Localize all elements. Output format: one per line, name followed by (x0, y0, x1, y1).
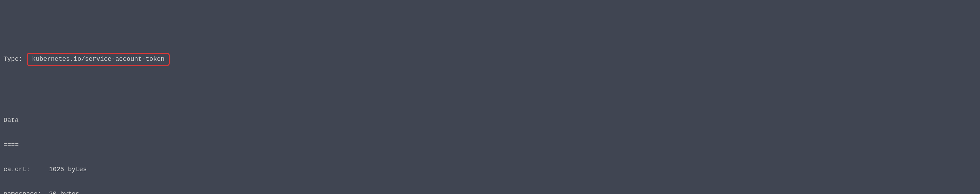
type-line: Type: kubernetes.io/service-account-toke… (3, 53, 977, 66)
data-section: Data ==== ca.crt: 1025 bytes namespace: … (3, 100, 977, 194)
ca-crt-value: 1025 bytes (49, 166, 87, 173)
namespace-line: namespace: 20 bytes (3, 190, 977, 194)
terminal-output[interactable]: Type: kubernetes.io/service-account-toke… (3, 37, 977, 194)
namespace-label: namespace: (3, 191, 41, 194)
type-value-highlight: kubernetes.io/service-account-token (27, 53, 170, 66)
ca-crt-label: ca.crt: (3, 166, 30, 173)
data-separator: ==== (3, 141, 977, 149)
ca-crt-line: ca.crt: 1025 bytes (3, 165, 977, 174)
type-label: Type: (3, 55, 22, 63)
data-header: Data (3, 116, 977, 124)
namespace-value: 20 bytes (49, 191, 79, 194)
